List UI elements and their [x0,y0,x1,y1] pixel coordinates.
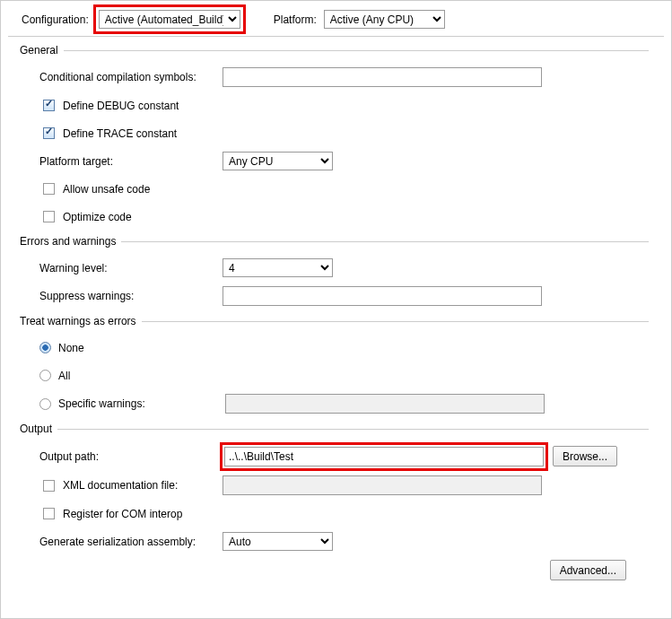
define-debug-checkbox[interactable] [43,100,55,111]
treat-all-label: All [58,370,70,382]
optimize-checkbox[interactable] [43,211,55,222]
output-path-highlight [220,442,548,471]
allow-unsafe-checkbox[interactable] [43,183,55,195]
optimize-label: Optimize code [63,211,132,223]
advanced-button[interactable]: Advanced... [550,560,626,580]
divider [57,429,649,430]
output-path-label: Output path: [39,450,215,463]
xml-doc-input [223,475,542,495]
treat-specific-label: Specific warnings: [58,397,218,410]
treat-specific-input [225,394,545,414]
browse-button[interactable]: Browse... [553,446,617,466]
configuration-label: Configuration: [22,13,89,26]
treat-title: Treat warnings as errors [20,315,136,327]
define-trace-checkbox[interactable] [43,127,55,139]
serialize-label: Generate serialization assembly: [39,536,215,548]
treat-specific-radio[interactable] [39,398,51,410]
warning-level-label: Warning level: [39,262,215,275]
errors-title: Errors and warnings [20,235,116,248]
warning-level-select[interactable]: 4 [223,258,333,277]
cond-symbols-label: Conditional compilation symbols: [39,71,215,83]
treat-none-radio[interactable] [39,342,51,353]
serialize-select[interactable]: Auto [223,532,333,551]
register-com-checkbox[interactable] [43,508,55,519]
cond-symbols-input[interactable] [223,67,542,87]
allow-unsafe-label: Allow unsafe code [63,183,150,196]
platform-label: Platform: [274,13,317,26]
treat-none-label: None [58,342,84,354]
platform-target-select[interactable]: Any CPU [223,152,333,170]
platform-target-label: Platform target: [39,155,215,168]
divider [142,321,649,322]
register-com-label: Register for COM interop [63,508,182,520]
define-debug-label: Define DEBUG constant [63,100,179,112]
divider [64,50,649,51]
suppress-warnings-input[interactable] [223,286,542,306]
treat-all-radio[interactable] [39,370,51,381]
suppress-warnings-label: Suppress warnings: [39,290,215,302]
divider [121,241,649,242]
general-title: General [20,44,58,57]
configuration-highlight: Active (Automated_Build) [93,4,246,34]
define-trace-label: Define TRACE constant [63,127,177,140]
xml-doc-label: XML documentation file: [63,479,178,492]
configuration-select[interactable]: Active (Automated_Build) [99,10,240,29]
output-title: Output [20,423,52,435]
platform-select[interactable]: Active (Any CPU) [324,10,445,29]
xml-doc-checkbox[interactable] [43,480,55,492]
output-path-input[interactable] [224,447,544,466]
